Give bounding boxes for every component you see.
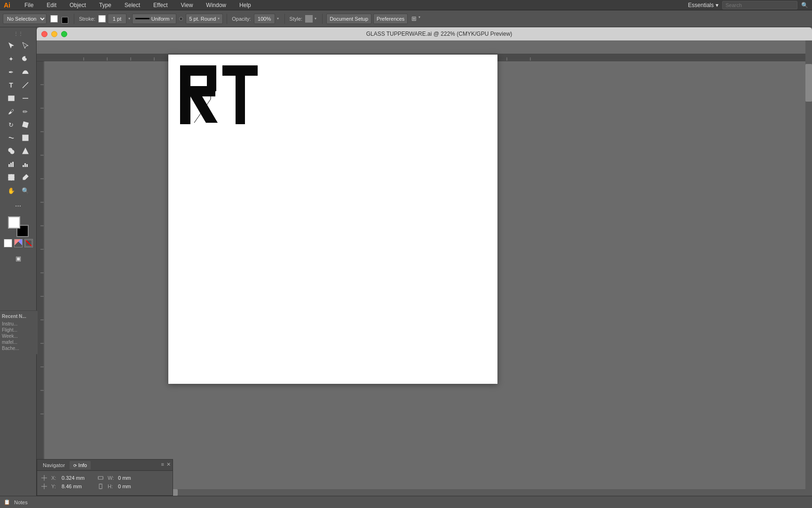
scrollbar-thumb-vertical[interactable] (805, 64, 812, 102)
recent-file-2[interactable]: Week... (2, 333, 36, 339)
extra-tool[interactable]: ⋯ (12, 199, 25, 212)
info-tab[interactable]: ⟳ Info (70, 461, 91, 469)
recent-file-3[interactable]: mafel... (2, 339, 36, 345)
info-tab-icon: ⟳ (73, 463, 79, 468)
stroke-weight-input[interactable] (108, 14, 126, 24)
search-icon[interactable]: 🔍 (801, 2, 808, 8)
svg-rect-3 (22, 122, 28, 127)
selection-tool[interactable] (5, 40, 18, 52)
recent-file-1[interactable]: Flight... (2, 327, 36, 333)
menu-file[interactable]: File (22, 1, 36, 9)
foreground-color[interactable] (8, 216, 20, 229)
menu-object[interactable]: Object (67, 1, 89, 9)
zoom-tool[interactable]: 🔍 (19, 184, 32, 197)
notes-label: Notes (14, 500, 28, 505)
h-label: H: (108, 484, 114, 489)
canvas-scroll[interactable] (37, 40, 812, 496)
curvature-tool[interactable] (19, 66, 32, 78)
menu-view[interactable]: View (178, 1, 196, 9)
line-tool[interactable] (19, 79, 32, 91)
pencil-tool[interactable]: ✏ (19, 105, 32, 118)
paintbrush-tool[interactable]: 🖌 (5, 105, 18, 118)
brush-dropdown[interactable]: 5 pt. Round ▾ (186, 14, 223, 24)
free-transform-tool[interactable] (19, 132, 32, 144)
stroke-type-label: Uniform (151, 16, 170, 22)
direct-selection-tool[interactable] (19, 40, 32, 52)
screen-mode-btn[interactable]: ▣ (12, 252, 25, 264)
opacity-input[interactable] (254, 14, 275, 24)
search-input[interactable] (722, 1, 797, 9)
sep2 (227, 14, 227, 24)
menu-effect[interactable]: Effect (150, 1, 170, 9)
hand-tool[interactable]: ✋ (5, 184, 18, 197)
artboard (168, 55, 497, 384)
fg-bg-colors (8, 216, 29, 237)
color-area (4, 216, 33, 247)
arrange-icon[interactable]: ⊞ (411, 15, 417, 22)
line-segment-tool[interactable] (19, 92, 32, 104)
column-graph-tool[interactable] (19, 158, 32, 170)
recent-header: Recent N... (2, 314, 36, 319)
svg-rect-69 (98, 476, 103, 479)
essentials-dropdown[interactable]: Essentials ▾ (688, 2, 718, 8)
panel-resize-handle[interactable] (169, 492, 173, 495)
gradient-color-mode[interactable] (14, 239, 23, 247)
recent-files-panel: Recent N... Instru... Flight... Week... … (0, 310, 38, 354)
pen-tool[interactable]: ✒ (5, 66, 18, 78)
shape-builder-tool[interactable] (5, 145, 18, 157)
magic-wand-tool[interactable]: ✦ (5, 53, 18, 65)
x-value: 0.324 mm (62, 475, 90, 481)
lasso-tool[interactable] (19, 53, 32, 65)
recent-file-0[interactable]: Instru... (2, 321, 36, 327)
menu-window[interactable]: Window (203, 1, 229, 9)
menu-type[interactable]: Type (96, 1, 114, 9)
rectangle-tool[interactable] (5, 92, 18, 104)
extra-arrow[interactable]: ▾ (418, 15, 420, 22)
stroke-swatch[interactable] (62, 17, 68, 24)
stroke-color-swatch[interactable] (98, 15, 106, 23)
screen-mode-tools: ▣ (12, 252, 25, 264)
opacity-label: Opacity: (232, 16, 251, 22)
navigator-tab[interactable]: Navigator (39, 461, 69, 469)
style-arrow[interactable]: ▾ (315, 16, 316, 21)
minimize-button[interactable] (51, 31, 57, 37)
svg-rect-14 (24, 163, 26, 167)
close-button[interactable] (41, 31, 47, 37)
panel-collapse[interactable]: ⋮⋮ (0, 30, 36, 37)
warp-tool[interactable] (5, 132, 18, 144)
menu-help[interactable]: Help (237, 1, 254, 9)
tools-panel: ⋮⋮ ✦ ✒ T (0, 27, 37, 508)
artboard-content (168, 55, 497, 384)
stroke-type-arrow[interactable]: ▾ (171, 16, 173, 21)
stroke-weight-arrow[interactable]: ▾ (128, 16, 130, 21)
tool-row-7: ↻ (5, 119, 32, 131)
rotate-tool[interactable]: ↻ (5, 119, 18, 131)
preferences-button[interactable]: Preferences (373, 14, 408, 24)
style-swatch[interactable] (305, 15, 313, 23)
eyedropper-tool[interactable] (19, 171, 32, 183)
fill-swatch[interactable] (50, 15, 58, 23)
fill-color-mode[interactable] (4, 239, 12, 247)
selection-dropdown[interactable]: No Selection (3, 14, 47, 24)
artboard-tool[interactable] (5, 171, 18, 183)
panel-menu-icon[interactable]: ≡ (161, 461, 164, 467)
type-tool[interactable]: T (5, 79, 18, 91)
panel-close-icon[interactable]: ✕ (166, 461, 171, 468)
recent-file-4[interactable]: Bache... (2, 345, 36, 351)
maximize-button[interactable] (61, 31, 67, 37)
perspective-grid-tool[interactable] (19, 145, 32, 157)
document-setup-button[interactable]: Document Setup (326, 14, 371, 24)
menu-select[interactable]: Select (122, 1, 143, 9)
fill-stroke-swatches (50, 14, 68, 24)
scrollbar-vertical[interactable] (805, 40, 812, 489)
transform-tool[interactable] (19, 119, 32, 131)
svg-rect-74 (99, 484, 102, 489)
graph-tool[interactable] (5, 158, 18, 170)
svg-rect-11 (10, 163, 12, 167)
h-value: 0 mm (118, 484, 146, 489)
opacity-arrow[interactable]: ▾ (277, 16, 279, 21)
brush-arrow: ▾ (218, 16, 220, 21)
menu-edit[interactable]: Edit (44, 1, 59, 9)
none-color-mode[interactable] (24, 239, 33, 247)
tool-row-3: ✒ (5, 66, 32, 78)
